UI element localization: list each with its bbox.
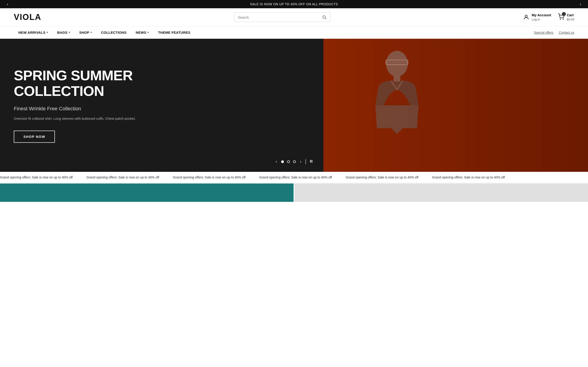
hero-content: SPRING SUMMERCOLLECTION Finest Wrinkle F…: [14, 68, 136, 143]
chevron-down-icon: ▾: [47, 31, 48, 34]
model-silhouette: [367, 48, 427, 163]
nav-special-offers[interactable]: Special offers: [534, 27, 553, 39]
hero-description: Oversize fit collared shirt. Long sleeve…: [14, 116, 136, 122]
ticker-item-4: Grand opening offers: Sale is now on up …: [259, 175, 332, 179]
slide-pause-button[interactable]: [309, 159, 313, 164]
svg-point-0: [323, 16, 326, 18]
svg-rect-10: [312, 160, 312, 163]
svg-point-4: [563, 19, 564, 19]
announcement-prev-button[interactable]: ‹: [5, 1, 10, 8]
site-logo[interactable]: VIOLA: [14, 12, 41, 22]
ticker-item-3: Grand opening offers: Sale is now on up …: [173, 175, 246, 179]
nav-item-new-arrivals[interactable]: NEW ARRIVALS ▾: [14, 26, 52, 39]
svg-point-5: [386, 51, 408, 77]
nav-item-shop[interactable]: SHOP ▾: [75, 26, 96, 39]
hero-title: SPRING SUMMERCOLLECTION: [14, 68, 136, 99]
ticker-item-6: Grand opening offers: Sale is now on up …: [432, 175, 505, 179]
ticker-item-5: Grand opening offers: Sale is now on up …: [346, 175, 418, 179]
cart-label: Cart: [567, 13, 574, 17]
cart-badge: 0: [562, 12, 566, 16]
nav-item-news[interactable]: NEWS ▾: [131, 26, 154, 39]
cart-total: $0.00: [567, 17, 574, 22]
cart-text: Cart $0.00: [567, 13, 574, 22]
ticker-inner: Grand opening offers: Sale is now on up …: [0, 175, 505, 179]
account-text: My Account Log in: [532, 13, 551, 22]
svg-rect-8: [393, 75, 400, 82]
nav-contact-us[interactable]: Contact us: [559, 27, 574, 39]
announcement-text: SALE IS NOW ON UP TO 40% OFF ON ALL PROD…: [250, 2, 338, 6]
nav-item-bags[interactable]: BAGS ▾: [52, 26, 75, 39]
hero-subtitle: Finest Wrinkle Free Collection: [14, 106, 136, 112]
shop-now-button[interactable]: SHOP NOW: [14, 131, 55, 143]
nav-item-theme-features[interactable]: THEME FEATURES: [153, 26, 195, 39]
my-account-label: My Account: [532, 13, 551, 17]
account-area[interactable]: My Account Log in: [523, 13, 551, 22]
account-icon: [523, 14, 529, 20]
promo-row: [0, 183, 588, 202]
hero-model: [206, 39, 588, 172]
main-navbar: NEW ARRIVALS ▾ BAGS ▾ SHOP ▾ COLLECTIONS…: [0, 26, 588, 39]
svg-line-1: [325, 18, 326, 19]
site-header: VIOLA My Account Log in: [0, 8, 588, 26]
promo-box-teal[interactable]: [0, 184, 294, 202]
ticker-item-2: Grand opening offers: Sale is now on up …: [86, 175, 159, 179]
pause-icon: [309, 159, 313, 163]
slide-divider: [305, 159, 306, 164]
cart-icon-wrap: 0: [558, 14, 564, 21]
chevron-down-icon: ▾: [147, 31, 149, 34]
cart-area[interactable]: 0 Cart $0.00: [558, 13, 574, 22]
search-bar[interactable]: [234, 12, 330, 22]
nav-left: NEW ARRIVALS ▾ BAGS ▾ SHOP ▾ COLLECTIONS…: [14, 26, 195, 39]
ticker-bar: Grand opening offers: Sale is now on up …: [0, 172, 588, 183]
ticker-item-1: Grand opening offers: Sale is now on up …: [0, 175, 73, 179]
chevron-down-icon: ▾: [69, 31, 70, 34]
login-label[interactable]: Log in: [532, 17, 551, 22]
svg-rect-9: [310, 160, 311, 163]
slide-dot-1[interactable]: [281, 160, 284, 163]
svg-point-2: [525, 15, 527, 17]
slide-next-button[interactable]: ›: [299, 158, 302, 165]
nav-right: Special offers Contact us: [534, 27, 574, 39]
search-input[interactable]: [238, 15, 320, 19]
slide-dot-2[interactable]: [287, 160, 290, 163]
svg-point-3: [560, 19, 561, 19]
promo-box-gray[interactable]: [294, 184, 588, 202]
nav-item-collections[interactable]: COLLECTIONS: [96, 26, 131, 39]
header-right: My Account Log in 0 Cart $0.00: [523, 13, 574, 22]
slide-controls: ‹ ›: [275, 158, 313, 165]
slide-dot-3[interactable]: [293, 160, 296, 163]
search-icon: [322, 15, 327, 19]
announcement-bar: ‹ SALE IS NOW ON UP TO 40% OFF ON ALL PR…: [0, 0, 588, 8]
hero-section: SPRING SUMMERCOLLECTION Finest Wrinkle F…: [0, 39, 588, 172]
chevron-down-icon: ▾: [90, 31, 92, 34]
announcement-next-button[interactable]: ›: [578, 1, 583, 8]
slide-prev-button[interactable]: ‹: [275, 158, 278, 165]
